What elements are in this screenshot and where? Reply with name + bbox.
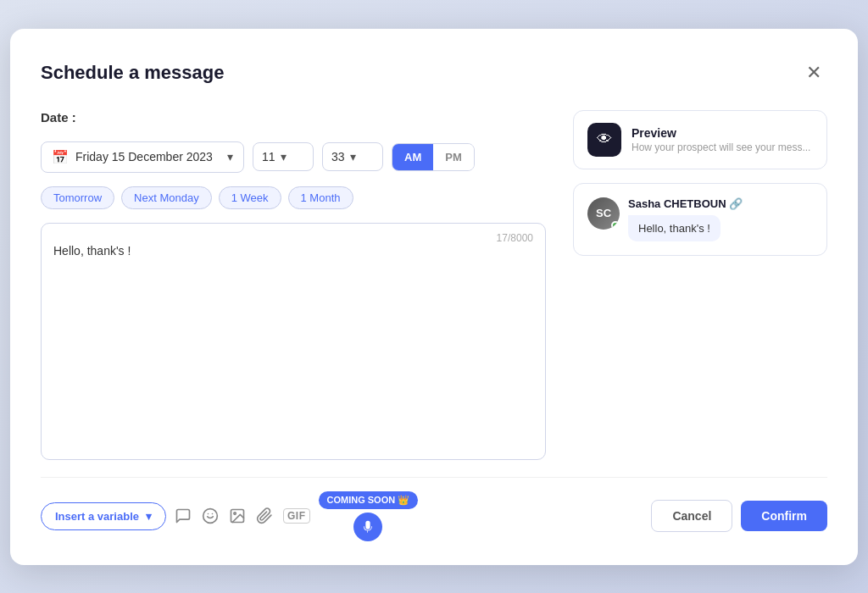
coming-soon-wrapper: COMING SOON 👑: [319, 491, 419, 541]
eye-icon: 👁: [597, 130, 612, 148]
coming-soon-label: COMING SOON 👑: [327, 495, 410, 506]
minute-chevron-icon: ▾: [350, 150, 356, 163]
confirm-button[interactable]: Confirm: [741, 501, 827, 531]
footer-left: Insert a variable ▾ G: [41, 491, 418, 541]
chat-name: Sasha CHETBOUN 🔗: [628, 197, 743, 210]
preview-subtitle: How your prospect will see your mess...: [632, 141, 810, 153]
chat-preview: SC Sasha CHETBOUN 🔗 Hello, thank's !: [573, 183, 827, 256]
modal-title: Schedule a message: [41, 62, 224, 84]
hour-value: 11: [262, 150, 275, 163]
minute-select[interactable]: 33 ▾: [322, 142, 383, 171]
image-toolbar-icon[interactable]: [229, 507, 246, 524]
cancel-button[interactable]: Cancel: [651, 500, 732, 532]
hour-chevron-icon: ▾: [281, 150, 287, 163]
modal-body: Date : 📅 Friday 15 December 2023 ▾ 11 ▾: [41, 110, 827, 460]
char-count: 17/8000: [497, 232, 533, 244]
calendar-icon: 📅: [52, 149, 69, 165]
preview-title: Preview: [632, 126, 810, 140]
right-panel: 👁 Preview How your prospect will see you…: [573, 110, 827, 460]
am-pm-toggle: AM PM: [392, 143, 475, 171]
preview-icon: 👁: [587, 123, 621, 157]
schedule-message-modal: Schedule a message ✕ Date : 📅 Friday 15 …: [10, 29, 858, 565]
coming-soon-badge: COMING SOON 👑: [319, 491, 419, 509]
svg-point-0: [203, 509, 218, 524]
chat-bubble: Hello, thank's !: [628, 215, 721, 241]
date-time-row: 📅 Friday 15 December 2023 ▾ 11 ▾ 33 ▾: [41, 141, 546, 173]
quick-date-next-monday[interactable]: Next Monday: [121, 186, 212, 209]
chat-content: Sasha CHETBOUN 🔗 Hello, thank's !: [628, 197, 743, 241]
modal-footer: Insert a variable ▾ G: [41, 477, 827, 541]
avatar: SC: [587, 197, 620, 230]
date-picker[interactable]: 📅 Friday 15 December 2023 ▾: [41, 141, 244, 173]
preview-text-block: Preview How your prospect will see your …: [632, 126, 810, 153]
footer-right: Cancel Confirm: [651, 500, 827, 532]
insert-variable-button[interactable]: Insert a variable ▾: [41, 502, 166, 530]
online-status-dot: [611, 221, 620, 230]
am-button[interactable]: AM: [392, 144, 433, 170]
mic-button[interactable]: [353, 513, 382, 541]
minute-value: 33: [331, 150, 345, 163]
emoji-toolbar-icon[interactable]: [202, 507, 219, 524]
svg-point-4: [234, 513, 236, 515]
message-area[interactable]: 17/8000 Hello, thank's !: [41, 223, 546, 460]
left-panel: Date : 📅 Friday 15 December 2023 ▾ 11 ▾: [41, 110, 546, 460]
quick-date-tomorrow[interactable]: Tomorrow: [41, 186, 114, 209]
toolbar-icons: GIF: [175, 507, 310, 524]
hour-select[interactable]: 11 ▾: [253, 142, 314, 171]
quick-dates-row: Tomorrow Next Monday 1 Week 1 Month: [41, 186, 546, 209]
pm-button[interactable]: PM: [433, 144, 474, 170]
chat-toolbar-icon[interactable]: [175, 507, 192, 524]
insert-variable-label: Insert a variable: [55, 510, 139, 523]
modal-header: Schedule a message ✕: [41, 59, 827, 86]
date-chevron-icon: ▾: [227, 150, 233, 163]
close-button[interactable]: ✕: [800, 59, 827, 86]
insert-chevron-icon: ▾: [146, 510, 152, 523]
date-label: Date :: [41, 110, 546, 125]
close-icon: ✕: [806, 62, 821, 84]
preview-card: 👁 Preview How your prospect will see you…: [573, 110, 827, 169]
quick-date-1-week[interactable]: 1 Week: [219, 186, 281, 209]
gif-toolbar-icon[interactable]: GIF: [283, 508, 310, 524]
quick-date-1-month[interactable]: 1 Month: [288, 186, 353, 209]
message-text: Hello, thank's !: [53, 242, 533, 260]
date-picker-value: Friday 15 December 2023: [75, 150, 220, 163]
attachment-toolbar-icon[interactable]: [256, 507, 273, 524]
